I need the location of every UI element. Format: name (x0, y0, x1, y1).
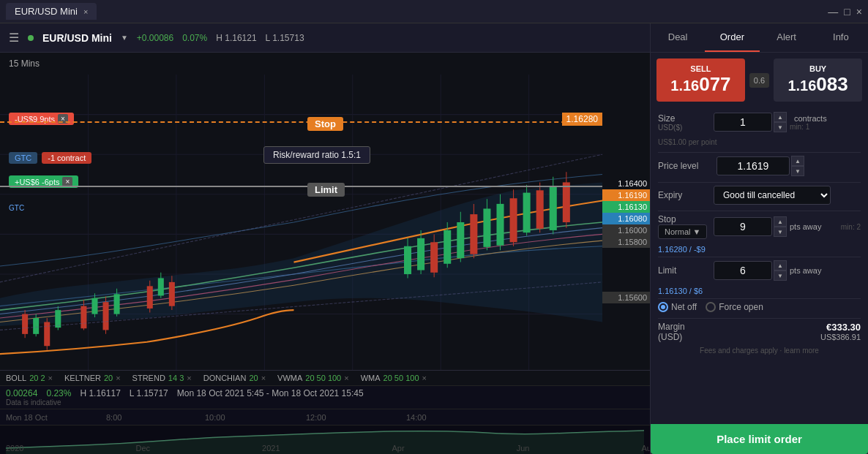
title-tab[interactable]: EUR/USD Mini × (6, 3, 97, 20)
price-level-stop: 1.16190 (602, 189, 650, 201)
stop-price-badge: 1.16280 (562, 113, 602, 126)
stat-price: 0.00264 (6, 388, 37, 398)
spread-badge: 0.6 (749, 73, 769, 88)
chart-canvas[interactable]: 15 Mins (0, 53, 650, 370)
gtc-badge[interactable]: GTC (9, 152, 37, 164)
time-tick-2: 10:00 (205, 413, 225, 422)
wma-label: WMA (361, 374, 381, 382)
boll-params: 20 2 (29, 374, 45, 382)
title-bar: EUR/USD Mini × — □ × (0, 0, 868, 23)
stop-down-btn[interactable]: ▼ (774, 227, 787, 237)
window-controls: — □ × (828, 6, 862, 18)
rr-tooltip: Risk/reward ratio 1.5:1 (263, 146, 370, 164)
price-up-btn[interactable]: ▲ (791, 156, 804, 166)
stat-low: L 1.15717 (130, 388, 168, 398)
limit-chart-label[interactable]: Limit (307, 183, 345, 197)
mini-label-0: 2020 (6, 444, 23, 453)
stop-up-btn[interactable]: ▲ (774, 216, 787, 227)
margin-row: Margin (USD) €333.30 US$386.91 (658, 322, 861, 342)
stop-input[interactable] (714, 217, 772, 236)
timeframe-label: 15 Mins (9, 58, 40, 69)
per-point-hint: US$1.00 per point (658, 138, 861, 146)
price-level-label: Price level (658, 161, 717, 171)
symbol-name[interactable]: EUR/USD Mini (42, 32, 112, 44)
status-dot (28, 35, 34, 41)
place-order-btn[interactable]: Place limit order (651, 424, 868, 454)
time-tick-1: 8:00 (106, 413, 121, 422)
close-window-icon[interactable]: × (856, 6, 862, 18)
limit-input[interactable] (714, 261, 772, 280)
stop-controls-row: Stop Normal ▼ ▲ ▼ pts away (658, 214, 861, 239)
limit-controls-row: Limit ▲ ▼ pts away (658, 260, 861, 281)
size-up-btn[interactable]: ▲ (774, 112, 787, 122)
buy-button[interactable]: BUY 1.16083 (774, 58, 862, 102)
force-open-radio[interactable] (706, 302, 716, 312)
dropdown-arrow-icon[interactable]: ▼ (121, 34, 128, 42)
stop-label: Stop (658, 214, 709, 224)
mini-label-3: Apr (392, 444, 405, 453)
toggle-row: Net off Force open (658, 302, 861, 312)
stat-date-range: Mon 18 Oct 2021 5:45 - Mon 18 Oct 2021 1… (177, 388, 364, 398)
margin-usd-label: (USD) (658, 332, 685, 342)
change-pct: 0.07% (182, 33, 207, 43)
mini-chart-label-row: 2020 Dec 2021 Apr Jun Aug (6, 444, 650, 453)
hamburger-icon[interactable]: ☰ (9, 31, 19, 45)
tab-deal[interactable]: Deal (651, 23, 705, 52)
indicator-boll: BOLL 20 2 × (6, 374, 53, 382)
price-down-btn[interactable]: ▼ (791, 166, 804, 176)
high-stat: H 1.16121 (216, 33, 256, 43)
trade-buttons: SELL 1.16077 0.6 BUY 1.16083 (651, 53, 868, 107)
fees-link[interactable]: Fees and charges apply · learn more (658, 345, 861, 356)
price-level-input[interactable] (717, 156, 790, 175)
size-down-btn[interactable]: ▼ (774, 122, 787, 132)
margin-sub-value: US$386.91 (820, 333, 861, 341)
buy-price-big: 083 (816, 73, 848, 95)
minimize-icon[interactable]: — (828, 6, 838, 18)
divider-3 (658, 211, 861, 211)
sell-button[interactable]: SELL 1.16077 (656, 58, 745, 102)
keltner-remove-btn[interactable]: × (116, 374, 120, 382)
net-off-radio[interactable] (658, 302, 668, 312)
sell-label: SELL (662, 64, 739, 73)
gtc-label-2: GTC (9, 204, 24, 212)
expiry-select[interactable]: Good till cancelled Good for day Good ti… (714, 186, 831, 205)
limit-down-btn[interactable]: ▼ (774, 270, 787, 281)
time-tick-0: Mon 18 Oct (6, 413, 48, 422)
stop-line (0, 121, 602, 123)
stop-type-btn[interactable]: Normal ▼ (658, 224, 707, 239)
tab-order[interactable]: Order (705, 23, 759, 52)
gtc-bar: GTC -1 contract (9, 152, 91, 164)
right-panel: Deal Order Alert Info SELL 1.16077 0.6 B (650, 23, 868, 454)
chart-area: ☰ EUR/USD Mini ▼ +0.00086 0.07% H 1.1612… (0, 23, 650, 454)
tab-info[interactable]: Info (814, 23, 868, 52)
net-off-group[interactable]: Net off (658, 302, 697, 312)
tab-alert[interactable]: Alert (760, 23, 814, 52)
limit-label: Limit (658, 265, 709, 276)
force-open-label: Force open (719, 302, 763, 312)
low-stat: L 1.15713 (266, 33, 304, 43)
contract-badge[interactable]: -1 contract (42, 152, 91, 164)
divider-2 (658, 182, 861, 183)
stop-chart-label[interactable]: Stop (307, 117, 343, 131)
wma-params: 20 50 100 (384, 374, 419, 382)
size-input[interactable] (714, 113, 772, 132)
stop-row: Stop Normal ▼ ▲ ▼ pts away (658, 214, 861, 254)
donchian-remove-btn[interactable]: × (261, 374, 266, 382)
indicator-keltner: KELTNER 20 × (64, 374, 121, 382)
force-open-group[interactable]: Force open (706, 302, 763, 312)
limit-line (0, 186, 602, 187)
limit-up-btn[interactable]: ▲ (774, 260, 787, 270)
mini-label-4: Jun (517, 444, 530, 453)
stop-type-label: Normal (665, 227, 690, 236)
size-label: Size (658, 113, 709, 124)
boll-remove-btn[interactable]: × (48, 374, 53, 382)
stop-detail: 1.16280 / -$9 (658, 245, 861, 254)
tab-close-icon[interactable]: × (83, 7, 88, 16)
sell-price: 1.16077 (662, 73, 739, 96)
maximize-icon[interactable]: □ (844, 6, 850, 18)
vwma-remove-btn[interactable]: × (344, 374, 348, 382)
wma-remove-btn[interactable]: × (422, 374, 427, 382)
limit-input-group: ▲ ▼ pts away (714, 260, 861, 281)
mini-label-5: Aug (641, 444, 650, 453)
strend-remove-btn[interactable]: × (187, 374, 191, 382)
